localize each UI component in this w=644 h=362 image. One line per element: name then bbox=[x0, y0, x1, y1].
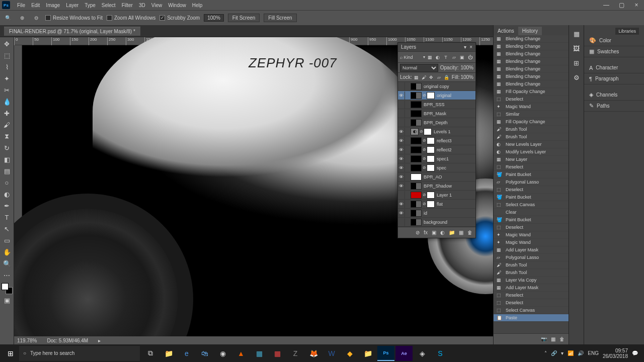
history-item[interactable]: ▦Layer Via Copy bbox=[494, 277, 569, 284]
lock-position-icon[interactable]: ✥ bbox=[428, 74, 435, 80]
brush-tool[interactable]: 🖌 bbox=[2, 119, 13, 130]
visibility-icon[interactable] bbox=[398, 110, 405, 118]
history-item[interactable]: ▦Fill Opacity Change bbox=[494, 118, 569, 126]
resize-windows-checkbox[interactable]: Resize Windows to Fit bbox=[45, 15, 103, 21]
history-item[interactable]: ▦Blending Change bbox=[494, 80, 569, 88]
layer-row[interactable]: ⊘Layer 1 bbox=[398, 191, 475, 200]
layer-row[interactable]: background bbox=[398, 218, 475, 227]
link-layers-icon[interactable]: ⊘ bbox=[416, 230, 420, 235]
adjustment-layer-icon[interactable]: ◐ bbox=[440, 230, 445, 235]
blend-mode-select[interactable]: Normal bbox=[400, 64, 438, 72]
zoom-field[interactable]: 100% bbox=[204, 14, 224, 22]
app-edge[interactable]: e bbox=[178, 346, 195, 361]
tray-volume-icon[interactable]: 🔊 bbox=[578, 350, 584, 356]
history-item[interactable]: 🖌Brush Tool bbox=[494, 133, 569, 141]
menu-layer[interactable]: Layer bbox=[63, 2, 82, 9]
maximize-button[interactable]: ▢ bbox=[614, 0, 629, 10]
tab-history[interactable]: History bbox=[518, 27, 542, 35]
visibility-icon[interactable]: 👁 bbox=[398, 92, 405, 100]
app-unity[interactable]: ◈ bbox=[414, 346, 431, 361]
layer-row[interactable]: BPR_Depth bbox=[398, 118, 475, 127]
menu-file[interactable]: File bbox=[14, 2, 28, 9]
visibility-icon[interactable] bbox=[398, 82, 405, 90]
app-skype[interactable]: S bbox=[432, 346, 449, 361]
layer-row[interactable]: 👁id bbox=[398, 209, 475, 218]
layer-filter-kind[interactable]: ⌕ Kind bbox=[400, 55, 422, 60]
stamp-tool[interactable]: ⧗ bbox=[2, 131, 13, 142]
zoom-out-icon[interactable]: ⊖ bbox=[31, 13, 41, 23]
menu-3d[interactable]: 3D bbox=[136, 2, 148, 9]
history-item[interactable]: ⬚Deselect bbox=[494, 299, 569, 307]
collapse-icon[interactable]: ▾ bbox=[464, 44, 466, 50]
crop-tool[interactable]: ✂ bbox=[2, 84, 13, 96]
history-item[interactable]: ⬚Deselect bbox=[494, 186, 569, 194]
history-item[interactable]: ⬚Reselect bbox=[494, 292, 569, 299]
zoom-tool[interactable]: 🔍 bbox=[2, 258, 13, 269]
layer-mask-icon[interactable]: ▣ bbox=[432, 230, 436, 235]
history-delete-icon[interactable]: 🗑 bbox=[559, 336, 565, 342]
lock-pixels-icon[interactable]: 🖌 bbox=[421, 74, 427, 80]
history-item[interactable]: 📋Paste bbox=[494, 314, 569, 322]
blur-tool[interactable]: ○ bbox=[2, 177, 13, 188]
panel-paths[interactable]: ✎Paths bbox=[584, 101, 644, 112]
history-item[interactable]: ▦Add Layer Mask bbox=[494, 284, 569, 292]
history-item[interactable]: ✦Magic Wand bbox=[494, 103, 569, 111]
dodge-tool[interactable]: ◐ bbox=[2, 189, 13, 200]
close-button[interactable]: × bbox=[629, 0, 644, 10]
layer-row[interactable]: 👁⊘spec bbox=[398, 163, 475, 172]
history-brush-tool[interactable]: ↻ bbox=[2, 142, 13, 153]
minimize-button[interactable]: — bbox=[599, 0, 614, 10]
history-item[interactable]: 🪣Paint Bucket bbox=[494, 216, 569, 224]
tray-icon-1[interactable]: 🔗 bbox=[551, 350, 557, 356]
visibility-icon[interactable]: 👁 bbox=[398, 200, 405, 208]
visibility-icon[interactable]: 👁 bbox=[398, 209, 405, 217]
visibility-icon[interactable] bbox=[398, 101, 405, 109]
taskbar-search[interactable]: ○ Type here to search bbox=[19, 346, 140, 361]
history-item[interactable]: Clear bbox=[494, 209, 569, 216]
layer-row[interactable]: 👁BPR_Shadow bbox=[398, 182, 475, 191]
taskview-icon[interactable]: ⧉ bbox=[142, 346, 159, 361]
fill-field[interactable]: 100% bbox=[460, 74, 473, 80]
menu-window[interactable]: Window bbox=[165, 2, 189, 9]
color-swatches[interactable] bbox=[2, 283, 13, 294]
filter-smart-icon[interactable]: ▣ bbox=[458, 54, 465, 61]
visibility-icon[interactable] bbox=[398, 218, 405, 226]
history-item[interactable]: ⬚Select Canvas bbox=[494, 307, 569, 314]
document-tab[interactable]: FINAL-RENDER.psd @ 71.7% (original, Laye… bbox=[4, 27, 140, 36]
tab-libraries[interactable]: Libraries bbox=[615, 28, 639, 35]
visibility-icon[interactable]: 👁 bbox=[398, 164, 405, 172]
layer-row[interactable]: 👁⊘original bbox=[398, 91, 475, 100]
filter-type-icon[interactable]: T bbox=[442, 54, 449, 61]
new-layer-icon[interactable]: ▦ bbox=[459, 230, 463, 235]
path-tool[interactable]: ↖ bbox=[2, 223, 13, 234]
zoom-all-checkbox[interactable]: Zoom All Windows bbox=[107, 15, 155, 21]
app-explorer[interactable]: 📁 bbox=[160, 346, 177, 361]
history-item[interactable]: ▦Blending Change bbox=[494, 50, 569, 58]
tray-notifications-icon[interactable]: 💬 bbox=[632, 350, 638, 356]
layer-row[interactable]: 👁⊘flat bbox=[398, 200, 475, 209]
layer-row[interactable]: 👁◐⊘Levels 1 bbox=[398, 127, 475, 136]
lock-all-icon[interactable]: 🔒 bbox=[443, 74, 450, 80]
dock-icon-1[interactable]: ▦ bbox=[574, 30, 580, 38]
app-1[interactable]: ▦ bbox=[251, 346, 268, 361]
layer-row[interactable]: 👁⊘reflect3 bbox=[398, 136, 475, 145]
close-panel-icon[interactable]: × bbox=[469, 44, 472, 50]
app-firefox[interactable]: 🦊 bbox=[305, 346, 322, 361]
panel-swatches[interactable]: ▦Swatches bbox=[584, 46, 644, 57]
history-item[interactable]: 🪣Paint Bucket bbox=[494, 194, 569, 201]
gradient-tool[interactable]: ▤ bbox=[2, 165, 13, 176]
visibility-icon[interactable]: 👁 bbox=[398, 146, 405, 154]
history-item[interactable]: ▦Blending Change bbox=[494, 43, 569, 50]
tab-actions[interactable]: Actions bbox=[494, 27, 518, 35]
app-vlc[interactable]: ▲ bbox=[232, 346, 250, 361]
menu-help[interactable]: Help bbox=[189, 2, 206, 9]
history-item[interactable]: 🪣Paint Bucket bbox=[494, 171, 569, 178]
visibility-icon[interactable]: 👁 bbox=[398, 182, 405, 190]
filter-pixel-icon[interactable]: ▦ bbox=[426, 54, 433, 61]
history-item[interactable]: ▱Polygonal Lasso bbox=[494, 254, 569, 261]
layer-row[interactable]: 👁⊘reflect2 bbox=[398, 145, 475, 154]
pen-tool[interactable]: ✒ bbox=[2, 200, 13, 211]
app-store[interactable]: 🛍 bbox=[196, 346, 213, 361]
scrubby-zoom-checkbox[interactable]: Scrubby Zoom bbox=[159, 15, 200, 21]
edit-toolbar[interactable]: ⋯ bbox=[2, 269, 13, 281]
